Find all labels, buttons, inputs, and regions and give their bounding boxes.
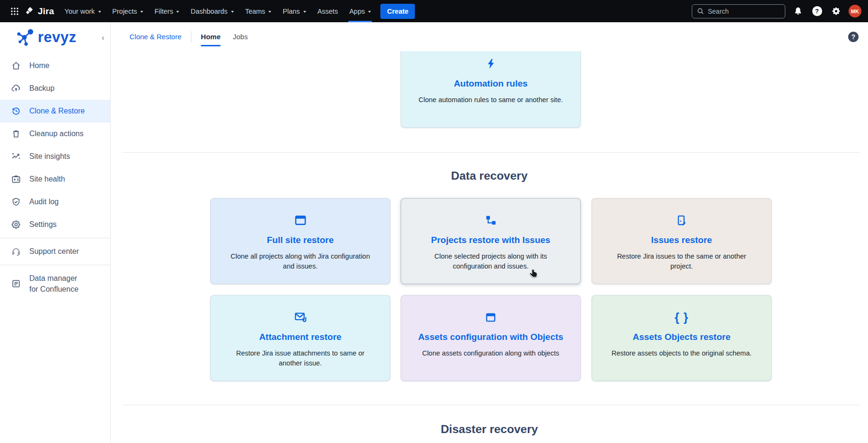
card-assets-objects-restore[interactable]: { } Assets Objects restore Restore asset… xyxy=(592,295,772,381)
help-icon[interactable]: ? xyxy=(811,5,823,17)
jira-mark-icon xyxy=(25,6,35,17)
section-title-disaster-recovery: Disaster recovery xyxy=(111,423,868,436)
app-switcher-icon[interactable] xyxy=(7,3,23,19)
revyz-mark-icon xyxy=(16,28,35,47)
card-title: Projects restore with Issues xyxy=(431,235,550,245)
user-avatar[interactable]: MK xyxy=(849,5,861,17)
sidebar-item-home[interactable]: Home xyxy=(0,54,110,77)
document-lines-icon xyxy=(11,278,21,289)
topnav-item-filters[interactable]: Filters xyxy=(149,0,185,22)
card-assets-configuration-with-objects[interactable]: Assets configuration with Objects Clone … xyxy=(401,295,581,381)
topnav-menu: Your work Projects Filters Dashboards Te… xyxy=(59,0,377,22)
chevron-down-icon xyxy=(140,11,143,13)
sidebar-divider xyxy=(0,265,110,265)
shield-check-icon xyxy=(11,197,21,207)
sidebar-divider xyxy=(0,238,110,238)
card-title: Assets Objects restore xyxy=(633,332,730,342)
header-separator xyxy=(191,31,191,43)
top-navigation: Jira Your work Projects Filters Dashboar… xyxy=(0,0,868,22)
chevron-down-icon xyxy=(368,11,371,13)
card-description: Clone selected projects along with its c… xyxy=(412,252,570,271)
chevron-down-icon xyxy=(231,11,234,13)
card-automation-rules[interactable]: Automation rules Clone automation rules … xyxy=(401,51,581,128)
revyz-logo[interactable]: revyz ‹ xyxy=(0,22,110,52)
create-button[interactable]: Create xyxy=(380,4,415,19)
history-icon xyxy=(11,106,21,116)
card-title: Issues restore xyxy=(651,235,712,245)
topnav-item-apps[interactable]: Apps xyxy=(344,0,377,22)
card-attachment-restore[interactable]: Attachment restore Restore Jira issue at… xyxy=(210,295,390,381)
sidebar-item-support-center[interactable]: Support center xyxy=(0,240,110,263)
topnav-item-your-work[interactable]: Your work xyxy=(59,0,107,22)
sidebar-item-audit-log[interactable]: Audit log xyxy=(0,191,110,213)
sitemap-icon xyxy=(485,213,497,228)
home-icon xyxy=(11,61,21,71)
insights-icon xyxy=(11,151,21,162)
chevron-down-icon xyxy=(98,11,101,13)
lightning-bolt-icon xyxy=(485,56,497,71)
search-icon xyxy=(697,8,704,15)
page-header: Clone & Restore Home Jobs ? xyxy=(111,22,868,51)
section-divider xyxy=(123,152,860,153)
chevron-down-icon xyxy=(176,11,179,13)
card-description: Restore assets objects to the original s… xyxy=(606,348,757,358)
card-title: Attachment restore xyxy=(259,332,341,342)
revyz-wordmark: revyz xyxy=(38,29,77,46)
browser-window-icon xyxy=(294,213,307,228)
page-content: Automation rules Clone automation rules … xyxy=(111,51,868,443)
sidebar-item-data-manager-confluence[interactable]: Data manager for Confluence xyxy=(0,267,110,300)
sidebar-collapse-icon[interactable]: ‹ xyxy=(102,34,104,42)
backup-cloud-icon xyxy=(11,83,21,94)
search-input[interactable] xyxy=(708,8,774,15)
gear-icon xyxy=(11,219,21,230)
topnav-item-plans[interactable]: Plans xyxy=(277,0,311,22)
browser-window-icon xyxy=(485,310,497,325)
section-divider xyxy=(123,405,860,405)
chevron-down-icon xyxy=(303,11,306,13)
card-description: Restore Jira issue attachments to same o… xyxy=(221,348,380,368)
card-title: Assets configuration with Objects xyxy=(418,332,563,342)
topnav-item-dashboards[interactable]: Dashboards xyxy=(185,0,239,22)
topnav-item-assets[interactable]: Assets xyxy=(312,0,344,22)
document-edit-icon xyxy=(675,213,688,228)
tab-jobs[interactable]: Jobs xyxy=(233,30,248,43)
card-issues-restore[interactable]: Issues restore Restore Jira issues to th… xyxy=(592,198,772,284)
sidebar-item-cleanup-actions[interactable]: Cleanup actions xyxy=(0,122,110,145)
sidebar-item-clone-restore[interactable]: Clone & Restore xyxy=(0,100,110,122)
sidebar-item-site-health[interactable]: Site health xyxy=(0,168,110,191)
help-icon[interactable]: ? xyxy=(848,32,859,42)
trash-icon xyxy=(11,129,21,139)
card-full-site-restore[interactable]: Full site restore Clone all projects alo… xyxy=(210,198,390,284)
search-box[interactable] xyxy=(692,4,785,18)
sidebar-item-settings[interactable]: Settings xyxy=(0,213,110,236)
card-description: Clone all projects along with Jira confi… xyxy=(221,252,380,271)
section-title-data-recovery: Data recovery xyxy=(111,169,868,182)
sidebar-nav: Home Backup Clone & Restore xyxy=(0,52,110,300)
card-title: Automation rules xyxy=(454,78,527,89)
site-health-icon xyxy=(11,174,21,184)
jira-wordmark: Jira xyxy=(38,6,54,17)
card-title: Full site restore xyxy=(267,235,334,245)
card-projects-restore-with-issues[interactable]: Projects restore with Issues Clone selec… xyxy=(401,198,581,284)
chevron-down-icon xyxy=(268,11,271,13)
topnav-item-projects[interactable]: Projects xyxy=(107,0,149,22)
app-sidebar: revyz ‹ Home Backup xyxy=(0,22,111,443)
main-panel: Clone & Restore Home Jobs ? Automation r… xyxy=(111,22,868,443)
breadcrumb[interactable]: Clone & Restore xyxy=(129,33,181,41)
jira-logo[interactable]: Jira xyxy=(23,6,59,17)
card-description: Restore Jira issues to the same or anoth… xyxy=(602,252,761,271)
notifications-bell-icon[interactable] xyxy=(792,5,804,17)
headset-icon xyxy=(11,246,21,257)
topnav-item-teams[interactable]: Teams xyxy=(240,0,277,22)
tab-home[interactable]: Home xyxy=(201,30,221,43)
mail-attachment-icon xyxy=(294,310,307,325)
card-description: Clone assets configuration along with ob… xyxy=(416,348,565,358)
sidebar-item-backup[interactable]: Backup xyxy=(0,77,110,100)
card-description: Clone automation rules to same or anothe… xyxy=(413,95,568,105)
settings-gear-icon[interactable] xyxy=(830,5,842,17)
sidebar-item-site-insights[interactable]: Site insights xyxy=(0,145,110,168)
curly-braces-icon: { } xyxy=(675,310,688,325)
